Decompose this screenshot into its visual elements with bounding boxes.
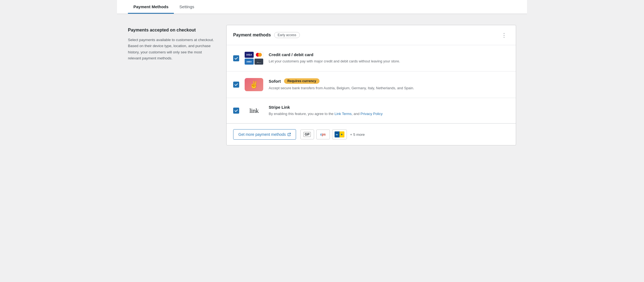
gp-badge: GP: [300, 130, 314, 139]
link-terms-link[interactable]: Link Terms: [335, 112, 352, 116]
privacy-policy-link[interactable]: Privacy Policy: [361, 112, 383, 116]
stripe-link-description: By enabling this feature, you agree to t…: [269, 111, 509, 117]
credit-card-name-row: Credit card / debit card: [269, 52, 509, 57]
eps-badge: εps: [316, 130, 330, 139]
bancontact-badge: bc ▶: [332, 130, 347, 139]
requires-currency-badge: Requires currency: [284, 78, 319, 84]
card-footer: Get more payment methods GP εps: [227, 123, 516, 145]
credit-card-info: Credit card / debit card Let your custom…: [269, 52, 509, 64]
main-content: Payments accepted on checkout Select pay…: [117, 14, 527, 156]
more-options-button[interactable]: ⋮: [499, 31, 509, 39]
sofort-description: Accept secure bank transfers from Austri…: [269, 85, 509, 91]
sidebar-description: Select payments available to customers a…: [128, 37, 215, 61]
credit-card-checkbox[interactable]: [233, 55, 239, 61]
link-logo-text: link: [249, 107, 258, 114]
svg-rect-2: [257, 62, 258, 63]
early-access-badge: Early access: [274, 32, 300, 38]
sidebar: Payments accepted on checkout Select pay…: [128, 25, 215, 61]
payment-row-credit-card: VISA AMEX: [227, 45, 516, 71]
sofort-name-row: Sofort Requires currency: [269, 78, 509, 84]
card-header-title: Payment methods: [233, 33, 271, 38]
eps-badge-text: εps: [320, 133, 326, 136]
stripe-link-checkbox[interactable]: [233, 108, 239, 114]
sofort-name: Sofort: [269, 79, 281, 84]
credit-card-name: Credit card / debit card: [269, 52, 313, 57]
stripe-link-name-row: Stripe Link: [269, 105, 509, 110]
visa-icon: VISA: [245, 52, 254, 58]
card-header: Payment methods Early access ⋮: [227, 25, 516, 45]
sofort-checkbox[interactable]: [233, 82, 239, 88]
sofort-info: Sofort Requires currency Accept secure b…: [269, 78, 509, 91]
sidebar-title: Payments accepted on checkout: [128, 28, 215, 33]
payment-row-sofort: ✌️ Sofort Requires currency Accept secur…: [227, 71, 516, 98]
payment-row-stripe-link: link Stripe Link By enabling this featur…: [227, 98, 516, 123]
gp-badge-text: GP: [303, 132, 311, 137]
stripe-link-info: Stripe Link By enabling this feature, yo…: [269, 105, 509, 117]
more-count: + 5 more: [350, 133, 365, 137]
sofort-logo: ✌️: [245, 78, 263, 91]
bancontact-logo: bc ▶: [335, 131, 344, 137]
generic-card-icon: [254, 59, 264, 65]
page-wrapper: Payment Methods Settings Payments accept…: [117, 0, 527, 156]
payment-badges-row: GP εps bc ▶: [300, 130, 365, 139]
get-more-payment-methods-button[interactable]: Get more payment methods: [233, 129, 296, 140]
mastercard-icon: [254, 52, 264, 58]
stripe-link-desc-before: By enabling this feature, you agree to t…: [269, 112, 335, 116]
card-header-left: Payment methods Early access: [233, 32, 300, 38]
stripe-link-desc-between: , and: [352, 112, 361, 116]
tabs-bar: Payment Methods Settings: [117, 0, 527, 14]
stripe-link-logo: link: [245, 105, 263, 117]
external-link-icon: [288, 133, 291, 136]
svg-rect-1: [257, 61, 261, 62]
payment-methods-card: Payment methods Early access ⋮ VISA: [226, 25, 516, 145]
tab-payment-methods[interactable]: Payment Methods: [128, 0, 174, 14]
get-more-btn-label: Get more payment methods: [238, 132, 286, 137]
amex-icon: AMEX: [245, 59, 254, 65]
credit-card-icons: VISA AMEX: [245, 52, 263, 65]
tab-settings[interactable]: Settings: [174, 0, 200, 14]
stripe-link-name: Stripe Link: [269, 105, 290, 110]
credit-card-description: Let your customers pay with major credit…: [269, 59, 509, 64]
